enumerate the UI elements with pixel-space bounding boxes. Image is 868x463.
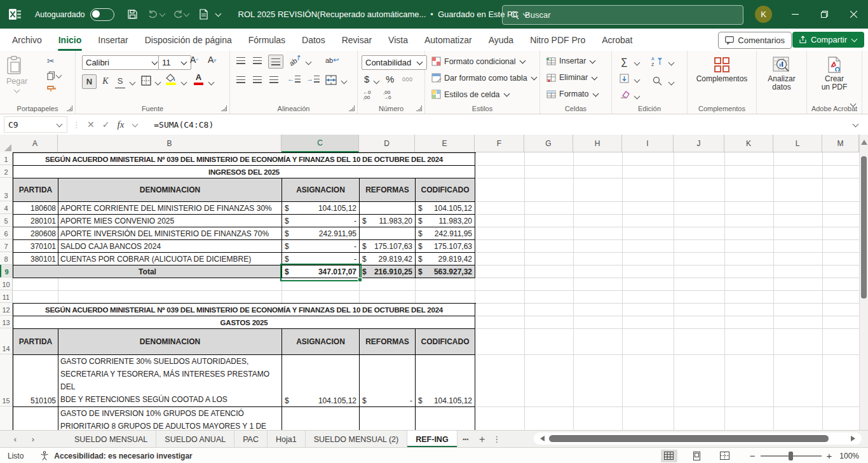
decrease-font-icon[interactable]: Av [208,55,216,65]
fx-dropdown-icon[interactable] [132,121,139,127]
cell-partida[interactable] [13,407,58,430]
row-header-16[interactable] [0,406,13,430]
tab-archivo[interactable]: Archivo [4,29,50,51]
find-select-icon[interactable] [653,76,662,86]
addins-button[interactable]: Complementos [688,57,756,83]
sheet-grid[interactable]: A B C D E F G H I J K L M 1 2 3 4 5 6 7 … [0,135,859,430]
sheet-nav-left-icon[interactable]: ‹ [6,431,24,448]
header-asignacion[interactable]: ASIGNACION [282,178,360,202]
save-icon[interactable] [127,9,138,20]
row-header-15[interactable]: 15 [0,354,13,406]
increase-indent-icon[interactable]: → [306,75,320,83]
new-sheet-button[interactable]: + [474,431,491,448]
cell-codificado[interactable]: $104.105,12 [416,355,475,407]
col-header-f[interactable]: F [475,135,524,152]
avatar[interactable]: K [755,6,772,23]
tab-disposicion[interactable]: Disposición de página [137,29,240,51]
cell-reformas[interactable] [360,407,416,430]
scroll-right-icon[interactable] [851,436,855,441]
orientation-icon[interactable]: ab↗ [287,53,303,67]
cell-partida[interactable]: 370101 [13,240,58,253]
fill-down-icon[interactable] [620,74,629,83]
numero-dialog-launcher-icon[interactable] [416,105,422,111]
underline-button[interactable]: S [115,74,125,88]
share-button[interactable]: Compartir [792,32,864,48]
find-select-dropdown-icon[interactable] [668,79,675,86]
page-layout-view-button[interactable] [689,450,705,462]
header-partida[interactable]: PARTIDA [13,178,58,202]
redo-icon[interactable] [172,10,183,19]
tab-automatizar[interactable]: Automatizar [416,29,480,51]
sheet-tab-hoja1[interactable]: Hoja1 [268,431,306,448]
percent-icon[interactable]: % [386,74,394,84]
search-input[interactable]: Buscar [502,5,743,25]
zoom-slider[interactable] [761,455,822,457]
cell-asignacion[interactable]: $- [282,215,360,227]
zoom-level[interactable]: 100% [839,452,859,460]
increase-decimal-icon[interactable]: ←0 ,00 [363,90,370,100]
name-box[interactable]: C9 [4,116,67,133]
insert-cells-button[interactable]: Insertar [546,57,596,65]
tab-ayuda[interactable]: Ayuda [480,29,522,51]
fuente-dialog-launcher-icon[interactable] [221,105,227,111]
orientation-dropdown-icon[interactable] [306,59,312,65]
cell-reformas[interactable] [360,202,416,215]
clear-dropdown-icon[interactable] [634,93,641,100]
sheet-nav-right-icon[interactable]: › [24,431,42,448]
paste-button[interactable]: Pegar [6,56,27,95]
zoom-in-button[interactable]: + [827,450,832,461]
merge-center-icon[interactable] [325,75,337,85]
portapapeles-dialog-launcher-icon[interactable] [67,105,72,111]
cell-codificado[interactable]: $242.911,95 [416,227,475,240]
cell-denominacion[interactable]: GASTO CORRIENTE 30% SUELDOS AUTORIDADES,… [58,355,282,407]
delete-cells-button[interactable]: Eliminar [546,73,598,82]
cell-partida[interactable]: 280608 [13,227,58,240]
col-header-b[interactable]: B [58,135,281,152]
alineacion-dialog-launcher-icon[interactable] [349,105,355,111]
cell-codificado[interactable]: $175.107,63 [416,240,475,253]
gastos-subtitle-cell[interactable]: GASTOS 2025 [13,316,475,329]
cell-reformas[interactable]: $11.983,20 [360,215,416,227]
header-denominacion[interactable]: DENOMINACION [58,329,282,355]
vertical-scrollbar[interactable] [859,135,868,430]
bold-button[interactable]: N [82,74,97,89]
align-right-icon[interactable] [269,76,278,83]
cell-asignacion[interactable]: $104.105,12 [282,202,360,215]
active-cell-selection[interactable] [280,264,362,281]
col-header-g[interactable]: G [524,135,573,152]
sort-filter-icon[interactable]: AZ [651,56,663,67]
col-header-d[interactable]: D [359,135,415,152]
decrease-indent-icon[interactable]: ← [287,75,301,83]
header-partida[interactable]: PARTIDA [13,329,58,355]
header-asignacion[interactable]: ASIGNACION [282,329,360,355]
undo-dropdown-icon[interactable] [159,11,165,17]
col-header-h[interactable]: H [573,135,622,152]
col-header-k[interactable]: K [724,135,773,152]
cell-partida[interactable]: 380101 [13,253,58,265]
col-header-i[interactable]: I [622,135,674,152]
row-header-14[interactable]: 14 [0,328,13,354]
formula-input[interactable]: =SUMA(C4:C8) [154,120,214,130]
cell-denominacion[interactable]: GASTO DE INVERSION 10% GRUPOS DE ATENCIÓ… [58,407,282,430]
autosave-toggle[interactable] [90,8,114,21]
accessibility-status[interactable]: Accesibilidad: es necesario investigar [54,452,192,460]
comments-button[interactable]: Comentarios [718,32,792,49]
align-bottom-icon[interactable] [268,55,283,69]
header-denominacion[interactable]: DENOMINACION [58,178,282,202]
sheet-tab-sueldo-anual[interactable]: SUELDO ANUAL [156,431,234,448]
tab-inicio[interactable]: Inicio [50,29,90,51]
row-header-5[interactable]: 5 [0,214,13,227]
ingresos-title-cell[interactable]: SEGÚN ACUERDO MINISTERIAL Nº 039 DEL MIN… [13,153,475,166]
row-header-13[interactable]: 13 [0,316,13,328]
fill-down-dropdown-icon[interactable] [634,77,641,83]
tab-acrobat[interactable]: Acrobat [593,29,641,51]
header-reformas[interactable]: REFORMAS [360,178,416,202]
row-header-9[interactable]: 9 [0,265,13,278]
horizontal-scrollbar[interactable] [534,433,862,445]
col-header-a[interactable]: A [13,135,58,152]
gastos-title-cell[interactable]: SEGÚN ACUERDO MINISTERIAL Nº 039 DEL MIN… [13,304,475,316]
expand-formula-bar-icon[interactable] [853,121,859,127]
cell-denominacion[interactable]: CUENTAS POR COBRAR (ALICUOTA DE DICIEMBR… [58,253,282,265]
tab-nitro-pdf[interactable]: Nitro PDF Pro [522,29,593,51]
cell-reformas[interactable]: $- [360,355,416,407]
